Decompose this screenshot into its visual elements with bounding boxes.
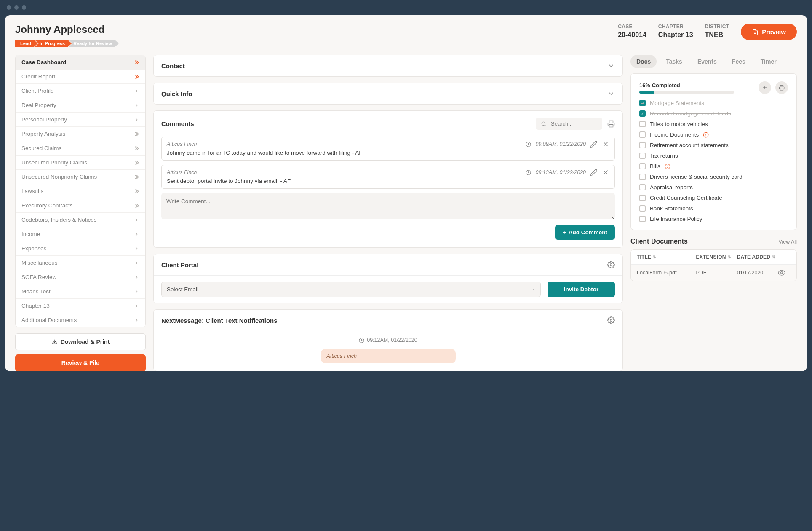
download-print-button[interactable]: Download & Print (15, 333, 146, 350)
sidebar-item[interactable]: Secured Claims (16, 141, 145, 156)
checkbox[interactable] (639, 184, 646, 190)
checkbox[interactable] (639, 142, 646, 148)
eye-icon[interactable] (778, 269, 791, 276)
col-date[interactable]: DATE ADDED (737, 254, 778, 260)
chevron-right-icon (134, 231, 139, 237)
invite-debtor-button[interactable]: Invite Debtor (548, 282, 615, 297)
tab-fees[interactable]: Fees (726, 55, 751, 68)
edit-icon[interactable] (590, 169, 598, 176)
sidebar-item[interactable]: Income (16, 227, 145, 241)
edit-icon[interactable] (590, 140, 598, 148)
doc-checklist-label: Recorded mortgages and deeds (650, 110, 731, 117)
doc-checklist-item[interactable]: Drivers license & social security card (639, 174, 788, 180)
chevron-right-icon (134, 102, 139, 108)
docs-progress-fill (639, 91, 654, 94)
status-chip[interactable]: In Progress (35, 40, 72, 47)
sidebar-item[interactable]: Executory Contracts (16, 198, 145, 213)
write-comment-input[interactable] (161, 193, 615, 219)
page-title: Johnny Appleseed (15, 24, 119, 35)
close-icon[interactable] (602, 140, 609, 148)
sidebar-item[interactable]: Codebtors, Insiders & Notices (16, 213, 145, 227)
doc-checklist-item[interactable]: Mortgage Statements (639, 100, 788, 106)
comments-search[interactable] (536, 118, 602, 130)
sidebar-item-label: Executory Contracts (21, 202, 73, 209)
view-all-link[interactable]: View All (778, 239, 797, 245)
svg-point-24 (781, 272, 783, 274)
preview-button[interactable]: Preview (741, 24, 797, 40)
doc-checklist-item[interactable]: Income Documents (639, 131, 788, 138)
sidebar-item[interactable]: Unsecured Priority Claims (16, 156, 145, 170)
sidebar-item[interactable]: Real Property (16, 98, 145, 113)
sidebar-item[interactable]: Credit Report (16, 70, 145, 84)
tab-docs[interactable]: Docs (630, 55, 657, 68)
review-file-button[interactable]: Review & File (15, 354, 146, 371)
doc-checklist-item[interactable]: Credit Counseling Certificate (639, 195, 788, 201)
checkbox[interactable] (639, 100, 646, 106)
chevron-double-right-icon (134, 203, 139, 209)
print-docs-button[interactable] (775, 81, 788, 94)
doc-checklist-item[interactable]: Titles to motor vehicles (639, 121, 788, 127)
tab-timer[interactable]: Timer (755, 55, 783, 68)
preview-button-label: Preview (762, 28, 786, 35)
checkbox[interactable] (639, 174, 646, 180)
checkbox[interactable] (639, 205, 646, 212)
sidebar-item[interactable]: Chapter 13 (16, 299, 145, 313)
sidebar-item-label: Expenses (21, 245, 46, 252)
sidebar-item[interactable]: Client Profile (16, 84, 145, 98)
gear-icon[interactable] (607, 261, 615, 268)
svg-point-13 (610, 319, 612, 322)
checkbox[interactable] (639, 131, 646, 138)
tab-events[interactable]: Events (692, 55, 723, 68)
chevron-double-right-icon (134, 145, 139, 151)
client-documents-title: Client Documents (630, 238, 688, 245)
tab-tasks[interactable]: Tasks (660, 55, 688, 68)
quickinfo-panel-header[interactable]: Quick Info (154, 83, 622, 104)
checkbox[interactable] (639, 121, 646, 127)
checkbox[interactable] (639, 163, 646, 169)
checkbox[interactable] (639, 153, 646, 159)
gear-icon[interactable] (607, 316, 615, 324)
sidebar-item[interactable]: Unsecured Nonpriority Claims (16, 170, 145, 184)
sidebar-item[interactable]: Lawsuits (16, 184, 145, 198)
doc-checklist-item[interactable]: Appraisal reports (639, 184, 788, 190)
select-email-dropdown[interactable]: Select Email (161, 282, 541, 297)
print-icon[interactable] (607, 120, 615, 128)
doc-checklist-label: Drivers license & social security card (650, 174, 743, 180)
checkbox[interactable] (639, 195, 646, 201)
checkbox[interactable] (639, 216, 646, 222)
sidebar-item[interactable]: SOFA Review (16, 270, 145, 284)
sidebar-item[interactable]: Expenses (16, 241, 145, 256)
status-chip[interactable]: Ready for Review (68, 40, 119, 47)
close-icon[interactable] (602, 169, 609, 176)
client-portal-title: Client Portal (161, 261, 198, 268)
chevron-double-right-icon (134, 131, 139, 137)
comments-search-input[interactable] (551, 121, 593, 127)
chevron-double-right-icon (134, 160, 139, 166)
doc-checklist-item[interactable]: Retirement account statements (639, 142, 788, 148)
sidebar-item[interactable]: Personal Property (16, 113, 145, 127)
doc-checklist-item[interactable]: Recorded mortgages and deeds (639, 110, 788, 117)
doc-checklist-item[interactable]: Bills (639, 163, 788, 169)
doc-checklist-item[interactable]: Tax returns (639, 153, 788, 159)
clock-icon (526, 170, 531, 175)
doc-checklist-item[interactable]: Life Insurance Policy (639, 216, 788, 222)
document-row[interactable]: LocalForm06-pdf PDF 01/17/2020 (631, 265, 796, 281)
sidebar-item[interactable]: Additional Documents (16, 313, 145, 327)
svg-point-20 (706, 136, 706, 136)
add-comment-button[interactable]: + Add Comment (555, 225, 615, 240)
contact-panel-header[interactable]: Contact (154, 55, 622, 76)
doc-checklist-item[interactable]: Bank Statements (639, 205, 788, 212)
col-title[interactable]: TITLE (637, 254, 696, 260)
status-chip[interactable]: Lead (15, 40, 38, 47)
col-extension[interactable]: EXTENSION (696, 254, 737, 260)
checkbox[interactable] (639, 110, 646, 117)
sidebar-item[interactable]: Case Dashboard (16, 55, 145, 70)
sidebar-item[interactable]: Means Test (16, 284, 145, 299)
doc-checklist-label: Bank Statements (650, 205, 693, 212)
sidebar-item[interactable]: Miscellaneous (16, 256, 145, 270)
sidebar-item[interactable]: Property Analysis (16, 127, 145, 141)
docs-completed-label: 16% Completed (639, 82, 759, 88)
quickinfo-title: Quick Info (161, 90, 192, 97)
add-doc-button[interactable] (759, 81, 771, 94)
notification-time-text: 09:12AM, 01/22/2020 (367, 337, 417, 343)
